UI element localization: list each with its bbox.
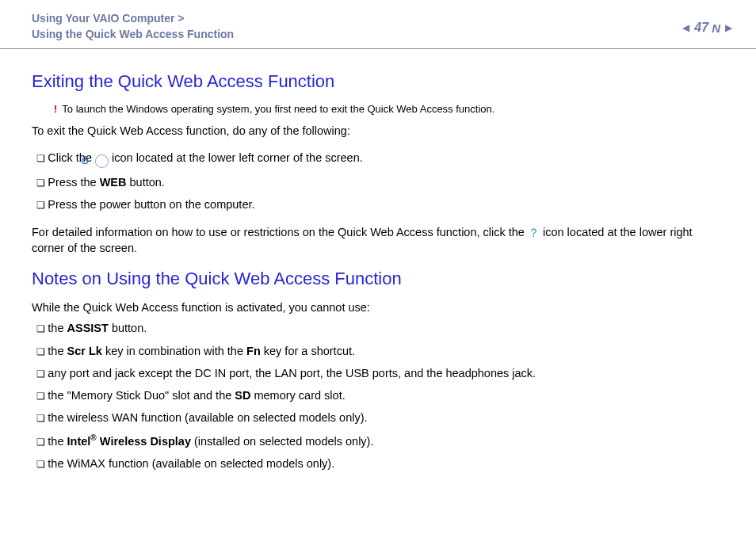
body-text: While the Quick Web Access function is a…	[32, 299, 724, 315]
prev-page-icon[interactable]: ◀	[682, 22, 689, 33]
list-item: Press the WEB button.	[36, 174, 724, 190]
breadcrumb-level1[interactable]: Using Your VAIO Computer	[32, 12, 174, 25]
section-title: Exiting the Quick Web Access Function	[32, 70, 724, 94]
list-item: Press the power button on the computer.	[36, 196, 724, 212]
breadcrumb-level2[interactable]: Using the Quick Web Access Function	[32, 28, 234, 40]
page-number: 47	[694, 21, 708, 35]
next-page-icon[interactable]: ▶	[725, 22, 732, 33]
list-item: the "Memory Stick Duo" slot and the SD m…	[36, 387, 724, 403]
list-item: the ASSIST button.	[36, 320, 724, 336]
list-item: the WiMAX function (available on selecte…	[36, 456, 724, 471]
list-item: the wireless WAN function (available on …	[36, 410, 724, 425]
power-icon: ⏻	[95, 154, 109, 168]
list-item: the Intel® Wireless Display (installed o…	[36, 433, 724, 449]
alert-text: To launch the Windows operating system, …	[62, 102, 494, 116]
page-content: Exiting the Quick Web Access Function ! …	[0, 49, 756, 490]
alert-note: ! To launch the Windows operating system…	[54, 102, 724, 116]
body-text: To exit the Quick Web Access function, d…	[32, 123, 724, 139]
section-title: Notes on Using the Quick Web Access Func…	[32, 267, 724, 292]
help-icon: ？	[528, 227, 540, 238]
alert-icon: !	[54, 102, 57, 116]
notes-list: the ASSIST button. the Scr Lk key in com…	[32, 320, 724, 471]
breadcrumb-separator: >	[178, 12, 184, 25]
body-text: For detailed information on how to use o…	[32, 224, 724, 257]
list-item: any port and jack except the DC IN port,…	[36, 365, 724, 381]
page-total-n: N	[712, 21, 720, 35]
list-item: Click the ⏻ icon located at the lower le…	[36, 150, 724, 168]
page-header: Using Your VAIO Computer > Using the Qui…	[0, 0, 756, 49]
breadcrumb: Using Your VAIO Computer > Using the Qui…	[32, 11, 234, 42]
exit-steps-list: Click the ⏻ icon located at the lower le…	[32, 150, 724, 212]
list-item: the Scr Lk key in combination with the F…	[36, 343, 724, 359]
pager: ◀ 47 N ▶	[682, 11, 732, 35]
